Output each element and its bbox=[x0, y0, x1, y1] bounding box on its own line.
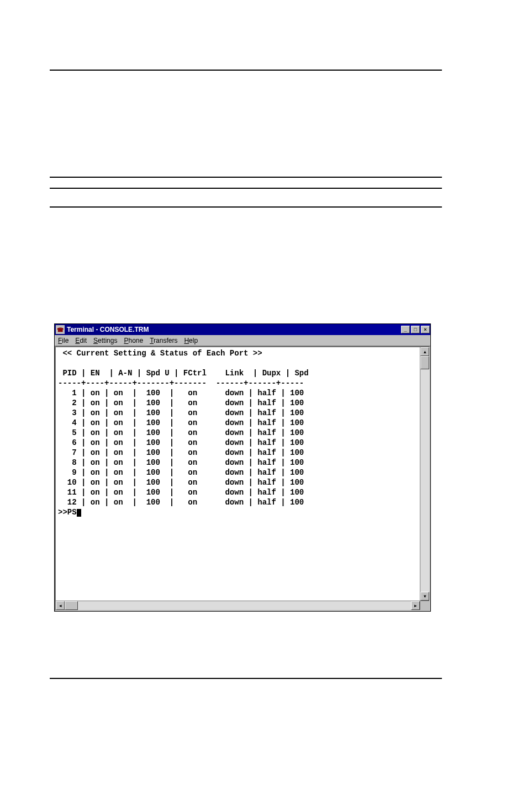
menu-label: ransfers bbox=[154, 337, 177, 344]
divider bbox=[50, 188, 442, 189]
horizontal-scrollbar[interactable]: ◂ ▸ bbox=[56, 601, 420, 610]
scroll-left-icon[interactable]: ◂ bbox=[56, 601, 65, 610]
cursor bbox=[77, 509, 81, 517]
terminal-output[interactable]: << Current Setting & Status of Each Port… bbox=[56, 347, 420, 601]
window-title: Terminal - CONSOLE.TRM bbox=[67, 326, 400, 333]
divider bbox=[50, 70, 442, 71]
menu-edit[interactable]: Edit bbox=[75, 337, 87, 344]
scroll-thumb[interactable] bbox=[65, 601, 78, 610]
menu-label: ettings bbox=[98, 337, 117, 344]
size-grip[interactable] bbox=[420, 601, 429, 610]
maximize-button[interactable]: □ bbox=[411, 326, 420, 333]
scroll-right-icon[interactable]: ▸ bbox=[411, 601, 420, 610]
content-area: << Current Setting & Status of Each Port… bbox=[55, 346, 430, 611]
minimize-button[interactable]: _ bbox=[401, 326, 410, 333]
divider bbox=[50, 177, 442, 178]
titlebar[interactable]: ☎ Terminal - CONSOLE.TRM _ □ × bbox=[55, 324, 430, 335]
menu-file[interactable]: File bbox=[58, 337, 68, 344]
terminal-window: ☎ Terminal - CONSOLE.TRM _ □ × File Edit… bbox=[54, 323, 431, 612]
menu-label: hone bbox=[128, 337, 143, 344]
close-button[interactable]: × bbox=[421, 326, 430, 333]
menu-label: ile bbox=[62, 337, 68, 344]
menu-help[interactable]: Help bbox=[184, 337, 198, 344]
scroll-down-icon[interactable]: ▾ bbox=[420, 592, 429, 601]
vertical-scrollbar[interactable]: ▴ ▾ bbox=[420, 347, 429, 601]
divider bbox=[50, 678, 442, 679]
scroll-up-icon[interactable]: ▴ bbox=[420, 347, 429, 356]
menu-transfers[interactable]: Transfers bbox=[150, 337, 177, 344]
scroll-thumb[interactable] bbox=[420, 356, 429, 369]
menu-label: elp bbox=[189, 337, 198, 344]
menu-phone[interactable]: Phone bbox=[124, 337, 143, 344]
divider bbox=[50, 206, 442, 208]
menu-settings[interactable]: Settings bbox=[93, 337, 117, 344]
menubar: File Edit Settings Phone Transfers Help bbox=[55, 335, 430, 346]
app-icon: ☎ bbox=[56, 325, 65, 334]
menu-label: dit bbox=[80, 337, 87, 344]
